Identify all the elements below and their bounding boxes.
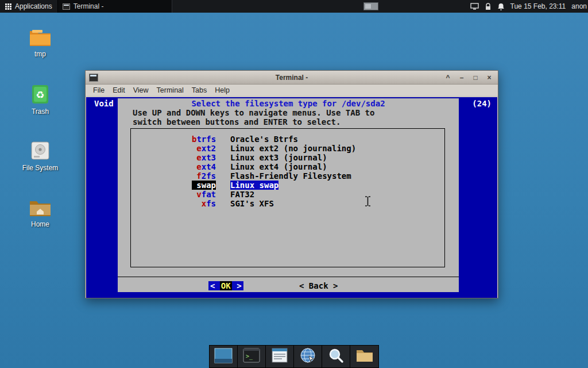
list-item-vfat[interactable]: vfatFAT32 [131, 190, 444, 199]
applications-menu-button[interactable]: Applications [0, 0, 57, 13]
list-item-ext3[interactable]: ext3Linux ext3 (journal) [131, 153, 444, 162]
applications-grid-icon [5, 3, 11, 10]
desktop-icon-label: Home [13, 220, 68, 228]
file-manager-icon [355, 348, 374, 365]
dock-file-manager-button[interactable] [350, 346, 378, 367]
applications-label: Applications [15, 2, 52, 10]
lock-icon[interactable] [485, 3, 492, 10]
dock-finder-button[interactable] [322, 346, 350, 367]
list-item-xfs[interactable]: xfsSGI's XFS [131, 199, 444, 208]
shade-button[interactable]: ^ [443, 72, 453, 83]
dock-browser-button[interactable] [294, 346, 322, 367]
terminal-icon [63, 3, 70, 10]
filesystem-list: btrfsOracle's Btrfs ext2Linux ext2 (no j… [130, 128, 445, 267]
dock-app-window-button[interactable] [266, 346, 294, 367]
back-button[interactable]: < Back > [299, 281, 338, 290]
desktop-icon-label: tmp [13, 50, 68, 58]
list-item-ext4[interactable]: ext4Linux ext4 (journal) [131, 162, 444, 171]
workspace-switcher[interactable] [363, 2, 378, 10]
svg-text:♻: ♻ [36, 90, 44, 101]
desktop-icon-label: Trash [13, 108, 68, 116]
dialog-title: Select the filesystem type for /dev/sda2 [118, 99, 459, 108]
dialog-instructions: switch between buttons and ENTER to sele… [133, 117, 341, 126]
window-menubar: File Edit View Terminal Tabs Help [86, 85, 498, 97]
search-icon [328, 347, 344, 366]
menu-help[interactable]: Help [211, 86, 234, 94]
menu-file[interactable]: File [89, 86, 109, 94]
menu-edit[interactable]: Edit [109, 86, 129, 94]
dialog-button-row: < OK > < Back > [118, 277, 459, 292]
terminal-icon: >_ [243, 348, 260, 365]
drive-icon [13, 140, 68, 161]
username-label: anon [571, 2, 587, 10]
bell-icon[interactable] [497, 3, 505, 10]
browser-globe-icon [300, 347, 316, 366]
app-window-icon [272, 348, 288, 365]
maximize-button[interactable]: □ [470, 72, 481, 83]
display-icon[interactable] [470, 3, 479, 10]
list-item-f2fs[interactable]: f2fsFlash-Friendly Filesystem [131, 171, 444, 181]
desktop-icon-tmp[interactable]: tmp [13, 28, 68, 58]
desktop-icon [214, 348, 233, 366]
terminal-window: Terminal - ^ – □ × File Edit View Termin… [85, 70, 498, 298]
desktop-icon-label: File System [13, 164, 68, 172]
dock-terminal-button[interactable]: >_ [238, 346, 266, 367]
dialog-instructions: Use UP and DOWN keys to navigate menus. … [133, 108, 374, 117]
minimize-button[interactable]: – [457, 72, 467, 83]
list-item-ext2[interactable]: ext2Linux ext2 (no journaling) [131, 144, 444, 153]
desktop-icon-home[interactable]: Home [13, 198, 68, 228]
clock[interactable]: Tue 15 Feb, 23:11 [510, 2, 566, 10]
installer-dialog: Select the filesystem type for /dev/sda2… [118, 98, 459, 292]
menu-view[interactable]: View [129, 86, 153, 94]
menu-terminal[interactable]: Terminal [153, 86, 188, 94]
close-button[interactable]: × [484, 72, 494, 83]
taskbar-window-label: Terminal - [74, 2, 104, 10]
list-item-swap[interactable]: swapLinux swap [131, 181, 444, 190]
bottom-dock: >_ [209, 345, 379, 368]
window-titlebar[interactable]: Terminal - ^ – □ × [86, 71, 498, 85]
top-panel: Applications Terminal - Tue 15 Feb, 23:1… [0, 0, 588, 13]
taskbar-window-button[interactable]: Terminal - [57, 0, 172, 13]
ok-button[interactable]: < OK > [208, 281, 243, 290]
dock-desktop-button[interactable] [210, 346, 238, 367]
terminal-screen[interactable]: Void (24) Select the filesystem type for… [86, 97, 497, 298]
backtitle-left: Void [94, 99, 114, 108]
folder-orange-icon [13, 28, 68, 47]
svg-text:>_: >_ [246, 353, 253, 360]
desktop-icon-filesystem[interactable]: File System [13, 140, 68, 172]
desktop-icon-trash[interactable]: ♻ Trash [13, 84, 68, 116]
menu-tabs[interactable]: Tabs [188, 86, 211, 94]
trash-icon: ♻ [13, 84, 68, 105]
backtitle-right: (24) [472, 99, 492, 108]
window-title: Terminal - [86, 74, 498, 82]
folder-home-icon [13, 198, 68, 217]
list-item-btrfs[interactable]: btrfsOracle's Btrfs [131, 135, 444, 144]
